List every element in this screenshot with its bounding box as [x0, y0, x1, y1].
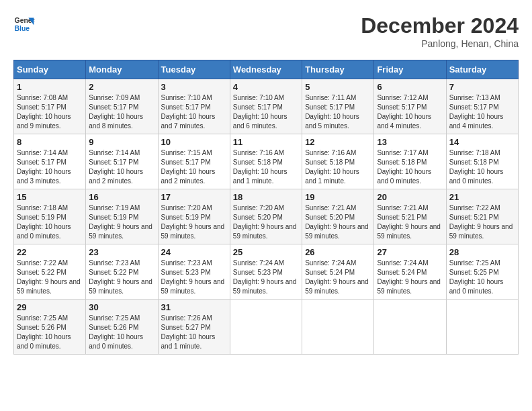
day-number: 17	[161, 192, 227, 202]
header-sunday: Sunday	[14, 60, 86, 79]
day-number: 28	[449, 247, 515, 257]
day-number: 16	[89, 192, 154, 202]
day-number: 10	[161, 137, 227, 147]
svg-text:Blue: Blue	[15, 25, 30, 32]
day-number: 12	[305, 137, 371, 147]
day-info: Sunrise: 7:23 AM Sunset: 5:23 PM Dayligh…	[161, 259, 227, 296]
day-number: 8	[17, 137, 83, 147]
day-number: 13	[377, 137, 443, 147]
calendar-cell: 1 Sunrise: 7:08 AM Sunset: 5:17 PM Dayli…	[14, 79, 86, 134]
calendar-cell: 2 Sunrise: 7:09 AM Sunset: 5:17 PM Dayli…	[86, 79, 158, 134]
calendar-week-row: 1 Sunrise: 7:08 AM Sunset: 5:17 PM Dayli…	[14, 79, 519, 134]
calendar-cell: 3 Sunrise: 7:10 AM Sunset: 5:17 PM Dayli…	[158, 79, 230, 134]
day-info: Sunrise: 7:24 AM Sunset: 5:24 PM Dayligh…	[377, 259, 443, 296]
day-info: Sunrise: 7:10 AM Sunset: 5:17 PM Dayligh…	[233, 93, 299, 131]
day-info: Sunrise: 7:16 AM Sunset: 5:18 PM Dayligh…	[233, 148, 299, 186]
page-header: General Blue December 2024 Panlong, Hena…	[13, 13, 519, 49]
day-info: Sunrise: 7:10 AM Sunset: 5:17 PM Dayligh…	[161, 93, 227, 131]
day-number: 5	[305, 82, 371, 92]
day-number: 3	[161, 82, 227, 92]
day-info: Sunrise: 7:26 AM Sunset: 5:27 PM Dayligh…	[161, 314, 227, 351]
calendar-body: 1 Sunrise: 7:08 AM Sunset: 5:17 PM Dayli…	[14, 79, 519, 355]
day-number: 30	[89, 302, 154, 312]
day-info: Sunrise: 7:13 AM Sunset: 5:17 PM Dayligh…	[449, 93, 515, 131]
calendar-cell: 9 Sunrise: 7:14 AM Sunset: 5:17 PM Dayli…	[86, 134, 158, 189]
calendar-week-row: 8 Sunrise: 7:14 AM Sunset: 5:17 PM Dayli…	[14, 134, 519, 189]
day-info: Sunrise: 7:20 AM Sunset: 5:19 PM Dayligh…	[161, 203, 227, 241]
calendar-cell: 4 Sunrise: 7:10 AM Sunset: 5:17 PM Dayli…	[230, 79, 302, 134]
calendar-week-row: 22 Sunrise: 7:22 AM Sunset: 5:22 PM Dayl…	[14, 244, 519, 300]
day-info: Sunrise: 7:25 AM Sunset: 5:26 PM Dayligh…	[17, 314, 83, 351]
day-number: 11	[233, 137, 299, 147]
day-info: Sunrise: 7:25 AM Sunset: 5:25 PM Dayligh…	[449, 259, 515, 296]
day-number: 22	[17, 247, 83, 257]
day-number: 27	[377, 247, 443, 257]
header-thursday: Thursday	[302, 60, 374, 79]
calendar-week-row: 15 Sunrise: 7:18 AM Sunset: 5:19 PM Dayl…	[14, 189, 519, 244]
day-info: Sunrise: 7:18 AM Sunset: 5:19 PM Dayligh…	[17, 203, 83, 241]
calendar-cell: 18 Sunrise: 7:20 AM Sunset: 5:20 PM Dayl…	[230, 189, 302, 244]
calendar-cell: 10 Sunrise: 7:15 AM Sunset: 5:17 PM Dayl…	[158, 134, 230, 189]
calendar-cell: 13 Sunrise: 7:17 AM Sunset: 5:18 PM Dayl…	[374, 134, 446, 189]
day-number: 4	[233, 82, 299, 92]
calendar-cell: 31 Sunrise: 7:26 AM Sunset: 5:27 PM Dayl…	[158, 300, 230, 355]
calendar-cell: 6 Sunrise: 7:12 AM Sunset: 5:17 PM Dayli…	[374, 79, 446, 134]
day-number: 21	[449, 192, 515, 202]
day-number: 24	[161, 247, 227, 257]
calendar-cell: 24 Sunrise: 7:23 AM Sunset: 5:23 PM Dayl…	[158, 244, 230, 300]
calendar-week-row: 29 Sunrise: 7:25 AM Sunset: 5:26 PM Dayl…	[14, 300, 519, 355]
month-title: December 2024	[361, 13, 519, 38]
day-info: Sunrise: 7:25 AM Sunset: 5:26 PM Dayligh…	[89, 314, 154, 351]
day-info: Sunrise: 7:24 AM Sunset: 5:24 PM Dayligh…	[305, 259, 371, 296]
calendar-cell: 16 Sunrise: 7:19 AM Sunset: 5:19 PM Dayl…	[86, 189, 158, 244]
calendar-cell: 15 Sunrise: 7:18 AM Sunset: 5:19 PM Dayl…	[14, 189, 86, 244]
title-block: December 2024 Panlong, Henan, China	[361, 13, 519, 49]
day-number: 1	[17, 82, 83, 92]
day-info: Sunrise: 7:16 AM Sunset: 5:18 PM Dayligh…	[305, 148, 371, 186]
calendar-cell	[230, 300, 302, 355]
day-info: Sunrise: 7:21 AM Sunset: 5:21 PM Dayligh…	[377, 203, 443, 241]
day-number: 9	[89, 137, 154, 147]
header-monday: Monday	[86, 60, 158, 79]
calendar-cell: 5 Sunrise: 7:11 AM Sunset: 5:17 PM Dayli…	[302, 79, 374, 134]
day-info: Sunrise: 7:09 AM Sunset: 5:17 PM Dayligh…	[89, 93, 154, 131]
day-number: 19	[305, 192, 371, 202]
location-subtitle: Panlong, Henan, China	[361, 38, 519, 49]
day-number: 31	[161, 302, 227, 312]
calendar-cell: 25 Sunrise: 7:24 AM Sunset: 5:23 PM Dayl…	[230, 244, 302, 300]
day-info: Sunrise: 7:18 AM Sunset: 5:18 PM Dayligh…	[449, 148, 515, 186]
calendar-cell: 20 Sunrise: 7:21 AM Sunset: 5:21 PM Dayl…	[374, 189, 446, 244]
calendar-cell: 19 Sunrise: 7:21 AM Sunset: 5:20 PM Dayl…	[302, 189, 374, 244]
calendar-cell: 29 Sunrise: 7:25 AM Sunset: 5:26 PM Dayl…	[14, 300, 86, 355]
header-friday: Friday	[374, 60, 446, 79]
day-number: 14	[449, 137, 515, 147]
calendar-cell: 8 Sunrise: 7:14 AM Sunset: 5:17 PM Dayli…	[14, 134, 86, 189]
logo: General Blue	[13, 13, 35, 35]
day-number: 15	[17, 192, 83, 202]
calendar-table: Sunday Monday Tuesday Wednesday Thursday…	[13, 60, 519, 355]
calendar-cell: 11 Sunrise: 7:16 AM Sunset: 5:18 PM Dayl…	[230, 134, 302, 189]
day-number: 25	[233, 247, 299, 257]
calendar-cell	[374, 300, 446, 355]
calendar-cell: 27 Sunrise: 7:24 AM Sunset: 5:24 PM Dayl…	[374, 244, 446, 300]
day-info: Sunrise: 7:15 AM Sunset: 5:17 PM Dayligh…	[161, 148, 227, 186]
day-info: Sunrise: 7:14 AM Sunset: 5:17 PM Dayligh…	[89, 148, 154, 186]
day-number: 6	[377, 82, 443, 92]
day-info: Sunrise: 7:12 AM Sunset: 5:17 PM Dayligh…	[377, 93, 443, 131]
calendar-cell: 22 Sunrise: 7:22 AM Sunset: 5:22 PM Dayl…	[14, 244, 86, 300]
calendar-cell: 12 Sunrise: 7:16 AM Sunset: 5:18 PM Dayl…	[302, 134, 374, 189]
weekday-header-row: Sunday Monday Tuesday Wednesday Thursday…	[14, 60, 519, 79]
calendar-cell: 21 Sunrise: 7:22 AM Sunset: 5:21 PM Dayl…	[446, 189, 518, 244]
day-number: 20	[377, 192, 443, 202]
day-info: Sunrise: 7:19 AM Sunset: 5:19 PM Dayligh…	[89, 203, 154, 241]
calendar-cell: 14 Sunrise: 7:18 AM Sunset: 5:18 PM Dayl…	[446, 134, 518, 189]
day-number: 29	[17, 302, 83, 312]
calendar-cell	[302, 300, 374, 355]
calendar-cell: 7 Sunrise: 7:13 AM Sunset: 5:17 PM Dayli…	[446, 79, 518, 134]
day-info: Sunrise: 7:17 AM Sunset: 5:18 PM Dayligh…	[377, 148, 443, 186]
day-number: 23	[89, 247, 154, 257]
day-number: 7	[449, 82, 515, 92]
logo-icon: General Blue	[13, 13, 35, 35]
header-saturday: Saturday	[446, 60, 518, 79]
day-number: 26	[305, 247, 371, 257]
